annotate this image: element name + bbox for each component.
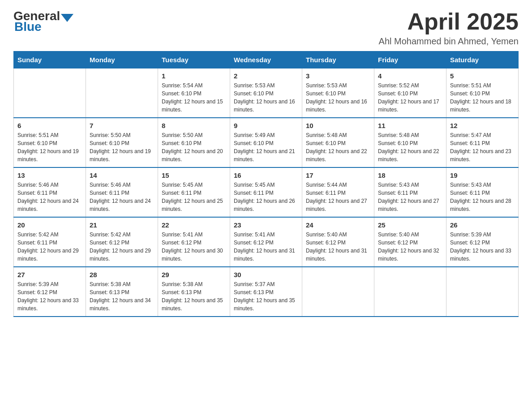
- calendar-cell: 7Sunrise: 5:50 AMSunset: 6:10 PMDaylight…: [86, 118, 158, 167]
- calendar-cell: 2Sunrise: 5:53 AMSunset: 6:10 PMDaylight…: [230, 68, 302, 118]
- location-title: Ahl Mohammed bin Ahmed, Yemen: [379, 36, 519, 47]
- day-info: Sunrise: 5:48 AMSunset: 6:10 PMDaylight:…: [378, 131, 442, 163]
- day-number: 29: [162, 271, 226, 278]
- day-number: 11: [378, 122, 442, 129]
- day-number: 30: [234, 271, 298, 278]
- day-number: 27: [17, 271, 82, 278]
- calendar-cell: 14Sunrise: 5:46 AMSunset: 6:11 PMDayligh…: [86, 167, 158, 217]
- col-header-friday: Friday: [374, 51, 446, 68]
- calendar-cell: 20Sunrise: 5:42 AMSunset: 6:11 PMDayligh…: [14, 217, 86, 267]
- day-info: Sunrise: 5:39 AMSunset: 6:12 PMDaylight:…: [450, 231, 515, 263]
- day-info: Sunrise: 5:47 AMSunset: 6:11 PMDaylight:…: [450, 131, 515, 163]
- calendar-cell: 13Sunrise: 5:46 AMSunset: 6:11 PMDayligh…: [14, 167, 86, 217]
- col-header-wednesday: Wednesday: [230, 51, 302, 68]
- calendar-cell: 12Sunrise: 5:47 AMSunset: 6:11 PMDayligh…: [446, 118, 519, 167]
- calendar-cell: 1Sunrise: 5:54 AMSunset: 6:10 PMDaylight…: [158, 68, 230, 118]
- day-number: 8: [162, 122, 226, 129]
- calendar-cell: 26Sunrise: 5:39 AMSunset: 6:12 PMDayligh…: [446, 217, 519, 267]
- day-number: 26: [450, 221, 515, 229]
- calendar-cell: 18Sunrise: 5:43 AMSunset: 6:11 PMDayligh…: [374, 167, 446, 217]
- calendar-cell: 5Sunrise: 5:51 AMSunset: 6:10 PMDaylight…: [446, 68, 519, 118]
- day-info: Sunrise: 5:40 AMSunset: 6:12 PMDaylight:…: [378, 231, 442, 263]
- day-info: Sunrise: 5:43 AMSunset: 6:11 PMDaylight:…: [378, 181, 442, 213]
- logo-triangle-icon: [61, 14, 73, 22]
- calendar-cell: [302, 267, 374, 317]
- calendar-week-row: 13Sunrise: 5:46 AMSunset: 6:11 PMDayligh…: [14, 167, 519, 217]
- day-info: Sunrise: 5:38 AMSunset: 6:13 PMDaylight:…: [162, 280, 226, 313]
- day-info: Sunrise: 5:42 AMSunset: 6:12 PMDaylight:…: [90, 231, 154, 263]
- day-number: 1: [162, 72, 226, 80]
- logo: General Blue: [13, 9, 74, 34]
- day-info: Sunrise: 5:48 AMSunset: 6:10 PMDaylight:…: [306, 131, 370, 163]
- col-header-tuesday: Tuesday: [158, 51, 230, 68]
- day-number: 20: [17, 221, 82, 229]
- day-number: 16: [234, 171, 298, 179]
- day-info: Sunrise: 5:52 AMSunset: 6:10 PMDaylight:…: [378, 81, 442, 114]
- day-number: 28: [90, 271, 154, 278]
- calendar-cell: [86, 68, 158, 118]
- day-info: Sunrise: 5:38 AMSunset: 6:13 PMDaylight:…: [90, 280, 154, 313]
- calendar-header-row: SundayMondayTuesdayWednesdayThursdayFrid…: [14, 51, 519, 68]
- day-number: 13: [17, 171, 82, 179]
- day-number: 2: [234, 72, 298, 80]
- day-number: 15: [162, 171, 226, 179]
- day-number: 5: [450, 72, 515, 80]
- calendar-cell: 6Sunrise: 5:51 AMSunset: 6:10 PMDaylight…: [14, 118, 86, 167]
- day-number: 12: [450, 122, 515, 129]
- calendar-cell: 30Sunrise: 5:37 AMSunset: 6:13 PMDayligh…: [230, 267, 302, 317]
- calendar-cell: 17Sunrise: 5:44 AMSunset: 6:11 PMDayligh…: [302, 167, 374, 217]
- day-number: 23: [234, 221, 298, 229]
- day-info: Sunrise: 5:41 AMSunset: 6:12 PMDaylight:…: [162, 231, 226, 263]
- calendar-cell: 3Sunrise: 5:53 AMSunset: 6:10 PMDaylight…: [302, 68, 374, 118]
- calendar-cell: 15Sunrise: 5:45 AMSunset: 6:11 PMDayligh…: [158, 167, 230, 217]
- day-info: Sunrise: 5:40 AMSunset: 6:12 PMDaylight:…: [306, 231, 370, 263]
- col-header-monday: Monday: [86, 51, 158, 68]
- logo-blue-text: Blue: [14, 20, 42, 34]
- day-number: 25: [378, 221, 442, 229]
- day-info: Sunrise: 5:54 AMSunset: 6:10 PMDaylight:…: [162, 81, 226, 114]
- day-info: Sunrise: 5:42 AMSunset: 6:11 PMDaylight:…: [17, 231, 82, 263]
- day-info: Sunrise: 5:37 AMSunset: 6:13 PMDaylight:…: [234, 280, 298, 313]
- calendar-cell: 24Sunrise: 5:40 AMSunset: 6:12 PMDayligh…: [302, 217, 374, 267]
- day-info: Sunrise: 5:43 AMSunset: 6:11 PMDaylight:…: [450, 181, 515, 213]
- calendar-cell: 27Sunrise: 5:39 AMSunset: 6:12 PMDayligh…: [14, 267, 86, 317]
- day-info: Sunrise: 5:46 AMSunset: 6:11 PMDaylight:…: [17, 181, 82, 213]
- day-number: 3: [306, 72, 370, 80]
- title-section: April 2025 Ahl Mohammed bin Ahmed, Yemen: [379, 9, 519, 47]
- calendar-cell: 21Sunrise: 5:42 AMSunset: 6:12 PMDayligh…: [86, 217, 158, 267]
- day-info: Sunrise: 5:53 AMSunset: 6:10 PMDaylight:…: [306, 81, 370, 114]
- calendar-cell: [446, 267, 519, 317]
- calendar-cell: 11Sunrise: 5:48 AMSunset: 6:10 PMDayligh…: [374, 118, 446, 167]
- day-info: Sunrise: 5:44 AMSunset: 6:11 PMDaylight:…: [306, 181, 370, 213]
- calendar-table: SundayMondayTuesdayWednesdayThursdayFrid…: [13, 51, 519, 317]
- col-header-saturday: Saturday: [446, 51, 519, 68]
- calendar-week-row: 1Sunrise: 5:54 AMSunset: 6:10 PMDaylight…: [14, 68, 519, 118]
- day-info: Sunrise: 5:46 AMSunset: 6:11 PMDaylight:…: [90, 181, 154, 213]
- day-number: 22: [162, 221, 226, 229]
- calendar-week-row: 6Sunrise: 5:51 AMSunset: 6:10 PMDaylight…: [14, 118, 519, 167]
- calendar-cell: 28Sunrise: 5:38 AMSunset: 6:13 PMDayligh…: [86, 267, 158, 317]
- calendar-cell: 23Sunrise: 5:41 AMSunset: 6:12 PMDayligh…: [230, 217, 302, 267]
- day-info: Sunrise: 5:50 AMSunset: 6:10 PMDaylight:…: [162, 131, 226, 163]
- day-number: 18: [378, 171, 442, 179]
- calendar-week-row: 27Sunrise: 5:39 AMSunset: 6:12 PMDayligh…: [14, 267, 519, 317]
- day-number: 24: [306, 221, 370, 229]
- col-header-thursday: Thursday: [302, 51, 374, 68]
- day-info: Sunrise: 5:45 AMSunset: 6:11 PMDaylight:…: [162, 181, 226, 213]
- calendar-cell: [374, 267, 446, 317]
- day-info: Sunrise: 5:49 AMSunset: 6:10 PMDaylight:…: [234, 131, 298, 163]
- day-info: Sunrise: 5:45 AMSunset: 6:11 PMDaylight:…: [234, 181, 298, 213]
- calendar-cell: 25Sunrise: 5:40 AMSunset: 6:12 PMDayligh…: [374, 217, 446, 267]
- day-number: 9: [234, 122, 298, 129]
- day-number: 4: [378, 72, 442, 80]
- day-number: 6: [17, 122, 82, 129]
- day-info: Sunrise: 5:50 AMSunset: 6:10 PMDaylight:…: [90, 131, 154, 163]
- day-number: 21: [90, 221, 154, 229]
- calendar-cell: 22Sunrise: 5:41 AMSunset: 6:12 PMDayligh…: [158, 217, 230, 267]
- day-info: Sunrise: 5:41 AMSunset: 6:12 PMDaylight:…: [234, 231, 298, 263]
- day-number: 7: [90, 122, 154, 129]
- calendar-cell: 4Sunrise: 5:52 AMSunset: 6:10 PMDaylight…: [374, 68, 446, 118]
- calendar-cell: [14, 68, 86, 118]
- day-info: Sunrise: 5:53 AMSunset: 6:10 PMDaylight:…: [234, 81, 298, 114]
- month-title: April 2025: [379, 9, 519, 34]
